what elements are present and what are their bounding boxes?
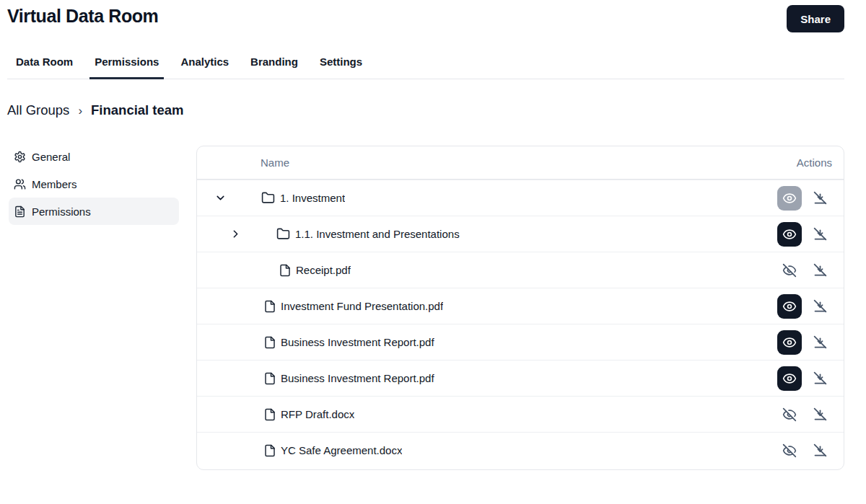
table-row: Receipt.pdf <box>197 252 844 288</box>
sidebar-item-label: Permissions <box>32 205 91 218</box>
tab-settings[interactable]: Settings <box>315 49 367 79</box>
download-off-icon <box>813 335 828 350</box>
column-header-actions: Actions <box>797 156 844 169</box>
collapse-folder-button[interactable] <box>214 192 227 205</box>
table-row: YC Safe Agreement.docx <box>197 432 844 468</box>
folder-icon <box>261 191 275 205</box>
file-icon <box>263 336 276 349</box>
download-permission-toggle[interactable] <box>811 262 828 279</box>
table-row: RFP Draft.docx <box>197 396 844 432</box>
sidebar-item-general[interactable]: General <box>9 143 179 170</box>
view-permission-toggle[interactable] <box>777 438 802 463</box>
download-off-icon <box>813 262 828 278</box>
sidebar-item-label: General <box>32 151 70 163</box>
item-name: Investment Fund Presentation.pdf <box>281 300 443 312</box>
name-cell: Business Investment Report.pdf <box>197 372 777 385</box>
tab-data-room[interactable]: Data Room <box>11 49 78 79</box>
eye-icon <box>782 299 797 314</box>
name-cell: RFP Draft.docx <box>197 408 777 421</box>
download-permission-toggle[interactable] <box>811 226 828 243</box>
expand-folder-button[interactable] <box>229 228 242 241</box>
item-name: YC Safe Agreement.docx <box>281 444 402 456</box>
chevron-down-icon <box>214 192 227 204</box>
sidebar-item-permissions[interactable]: Permissions <box>9 198 179 225</box>
table-row: Investment Fund Presentation.pdf <box>197 288 844 324</box>
name-cell: Receipt.pdf <box>197 264 777 277</box>
download-permission-toggle[interactable] <box>811 442 828 459</box>
name-cell: 1. Investment <box>197 191 777 205</box>
chevron-right-icon: › <box>78 105 82 117</box>
actions-cell <box>777 294 844 319</box>
item-name: 1. Investment <box>280 192 345 204</box>
download-permission-toggle[interactable] <box>811 334 828 351</box>
users-icon <box>14 178 26 190</box>
column-header-name: Name <box>197 156 797 169</box>
view-permission-toggle[interactable] <box>777 222 802 247</box>
breadcrumb: All Groups › Financial team <box>7 102 184 118</box>
file-icon <box>263 372 276 385</box>
sidebar-item-members[interactable]: Members <box>9 170 179 198</box>
download-off-icon <box>813 226 828 242</box>
item-name: Receipt.pdf <box>296 264 351 276</box>
actions-cell <box>777 186 844 211</box>
view-permission-toggle[interactable] <box>777 186 802 211</box>
tab-analytics[interactable]: Analytics <box>175 49 234 79</box>
download-off-icon <box>813 299 828 314</box>
main-tabs: Data Room Permissions Analytics Branding… <box>7 49 844 79</box>
breadcrumb-current-group: Financial team <box>91 102 184 118</box>
table-row: Business Investment Report.pdf <box>197 324 844 360</box>
eye-off-icon <box>782 443 797 458</box>
actions-cell <box>777 402 844 427</box>
table-row: Business Investment Report.pdf <box>197 360 844 396</box>
download-off-icon <box>813 443 828 458</box>
eye-icon <box>782 335 797 350</box>
share-button[interactable]: Share <box>787 5 844 32</box>
file-icon <box>263 408 276 421</box>
actions-cell <box>777 222 844 247</box>
group-settings-sidebar: General Members Permissions <box>9 143 179 225</box>
name-cell: Investment Fund Presentation.pdf <box>197 300 777 313</box>
view-permission-toggle[interactable] <box>777 294 802 319</box>
sidebar-item-label: Members <box>32 178 77 190</box>
name-cell: 1.1. Investment and Presentations <box>197 227 777 241</box>
table-row: 1. Investment <box>197 180 844 216</box>
tab-permissions[interactable]: Permissions <box>89 49 164 79</box>
item-name: Business Investment Report.pdf <box>281 336 434 348</box>
download-permission-toggle[interactable] <box>811 406 828 423</box>
eye-icon <box>782 371 797 386</box>
file-text-icon <box>14 205 26 218</box>
download-off-icon <box>813 190 828 205</box>
eye-off-icon <box>782 407 797 422</box>
actions-cell <box>777 330 844 355</box>
folder-icon <box>276 227 290 241</box>
actions-cell <box>777 366 844 391</box>
download-permission-toggle[interactable] <box>811 370 828 387</box>
view-permission-toggle[interactable] <box>777 366 802 391</box>
table-row: 1.1. Investment and Presentations <box>197 216 844 252</box>
eye-icon <box>782 191 797 205</box>
view-permission-toggle[interactable] <box>777 402 802 427</box>
file-icon <box>279 264 292 277</box>
virtual-data-room-page: Virtual Data Room Share Data Room Permis… <box>0 0 866 504</box>
item-name: 1.1. Investment and Presentations <box>295 228 460 240</box>
download-permission-toggle[interactable] <box>811 298 828 315</box>
item-name: RFP Draft.docx <box>281 408 354 420</box>
breadcrumb-all-groups[interactable]: All Groups <box>7 102 69 118</box>
view-permission-toggle[interactable] <box>777 258 802 283</box>
download-off-icon <box>813 407 828 422</box>
page-title: Virtual Data Room <box>7 6 158 27</box>
permissions-table: Name Actions 1. Investment <box>196 146 844 470</box>
table-header: Name Actions <box>197 146 844 180</box>
download-permission-toggle[interactable] <box>811 190 828 207</box>
chevron-right-icon <box>229 228 242 240</box>
name-cell: YC Safe Agreement.docx <box>197 444 777 457</box>
gear-icon <box>14 151 26 163</box>
view-permission-toggle[interactable] <box>777 330 802 355</box>
tab-branding[interactable]: Branding <box>245 49 303 79</box>
eye-icon <box>782 227 797 242</box>
download-off-icon <box>813 371 828 386</box>
item-name: Business Investment Report.pdf <box>281 372 434 384</box>
name-cell: Business Investment Report.pdf <box>197 336 777 349</box>
actions-cell <box>777 438 844 463</box>
eye-off-icon <box>782 263 797 278</box>
